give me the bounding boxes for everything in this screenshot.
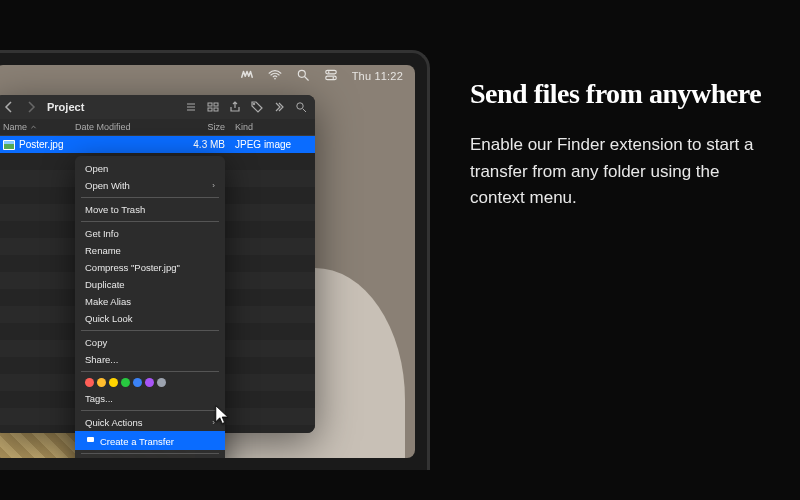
window-title: Project [47,101,84,113]
share-icon[interactable] [229,101,241,113]
laptop-frame: Thu 11:22 Project Name Date Modified Siz… [0,50,430,470]
menu-separator [81,410,219,411]
menu-separator [81,453,219,454]
jpeg-file-icon [3,140,15,150]
menubar: Thu 11:22 [0,65,415,87]
menu-item-compress-poster-jpg[interactable]: Compress "Poster.jpg" [75,259,225,276]
menu-separator [81,330,219,331]
menu-item-rename[interactable]: Rename [75,242,225,259]
search-icon[interactable] [295,101,307,113]
svg-line-13 [303,109,306,112]
svg-rect-3 [325,70,336,74]
svg-point-11 [253,103,255,105]
svg-rect-8 [214,103,218,106]
svg-line-2 [304,77,308,81]
more-chevron-icon[interactable] [273,101,285,113]
context-menu: OpenOpen With›Move to TrashGet InfoRenam… [75,156,225,458]
svg-rect-7 [208,103,212,106]
svg-point-12 [297,103,303,109]
view-list-icon[interactable] [185,101,197,113]
menu-item-get-info[interactable]: Get Info [75,225,225,242]
tag-colors[interactable] [75,375,225,390]
forward-button[interactable] [25,101,37,113]
column-headers[interactable]: Name Date Modified Size Kind [0,119,315,136]
menu-item-copy[interactable]: Copy [75,334,225,351]
column-kind[interactable]: Kind [225,122,315,132]
svg-point-1 [298,70,305,77]
menu-item-quick-look[interactable]: Quick Look [75,310,225,327]
menu-item-make-alias[interactable]: Make Alias [75,293,225,310]
marketing-copy: Send files from anywhere Enable our Find… [470,78,770,211]
search-icon[interactable] [296,68,310,84]
wifi-icon[interactable] [268,68,282,84]
column-date[interactable]: Date Modified [75,122,170,132]
svg-point-0 [274,78,276,80]
svg-point-4 [327,71,329,73]
svg-rect-10 [214,108,218,111]
file-size: 4.3 MB [170,139,225,150]
column-name[interactable]: Name [0,122,75,132]
menu-item-duplicate[interactable]: Duplicate [75,276,225,293]
svg-point-6 [332,77,334,79]
menu-separator [81,371,219,372]
menu-item-set-desktop-picture[interactable]: Set Desktop Picture [75,457,225,458]
wetransfer-icon[interactable] [240,68,254,84]
file-name: Poster.jpg [19,139,63,150]
file-kind: JPEG image [225,139,315,150]
menu-item-tags[interactable]: Tags... [75,390,225,407]
menu-item-quick-actions[interactable]: Quick Actions› [75,414,225,431]
svg-rect-5 [325,76,336,80]
control-center-icon[interactable] [324,68,338,84]
finder-toolbar: Project [0,95,315,119]
column-size[interactable]: Size [170,122,225,132]
body-text: Enable our Finder extension to start a t… [470,132,770,211]
cursor-pointer [215,405,231,427]
menu-separator [81,197,219,198]
menu-item-create-a-transfer[interactable]: Create a Transfer [75,431,225,450]
view-options-icon[interactable] [207,101,219,113]
svg-rect-9 [208,108,212,111]
menu-item-open-with[interactable]: Open With› [75,177,225,194]
menu-item-share[interactable]: Share... [75,351,225,368]
headline: Send files from anywhere [470,78,770,110]
file-row-selected[interactable]: Poster.jpg 4.3 MB JPEG image [0,136,315,153]
clock[interactable]: Thu 11:22 [352,70,403,82]
menu-item-move-to-trash[interactable]: Move to Trash [75,201,225,218]
chevron-right-icon: › [212,181,215,190]
menu-separator [81,221,219,222]
back-button[interactable] [3,101,15,113]
wetransfer-app-icon [85,434,96,445]
tag-icon[interactable] [251,101,263,113]
desktop-background: Thu 11:22 Project Name Date Modified Siz… [0,65,415,458]
menu-item-open[interactable]: Open [75,160,225,177]
